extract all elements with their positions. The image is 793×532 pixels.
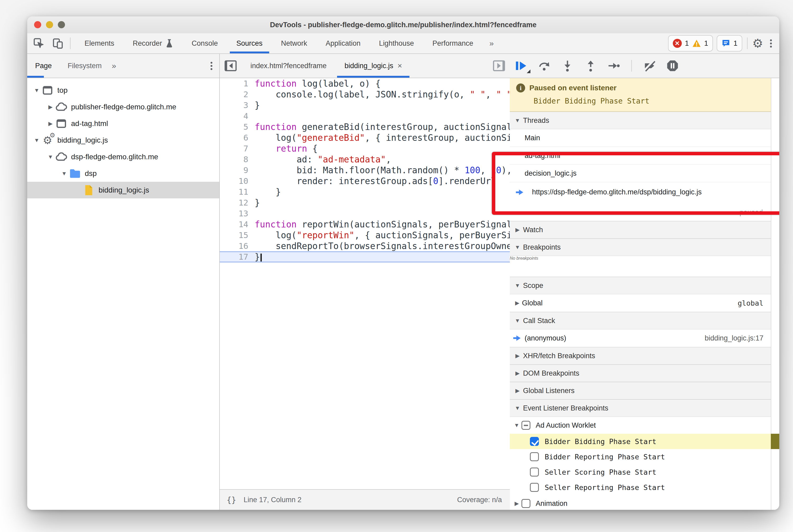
line-number[interactable]: 9 bbox=[220, 165, 254, 176]
checkbox[interactable] bbox=[530, 452, 539, 461]
line-number[interactable]: 15 bbox=[220, 230, 254, 241]
section-call-stack[interactable]: ▼ Call Stack bbox=[510, 312, 771, 329]
thread-item[interactable]: Main bbox=[510, 129, 771, 147]
line-number[interactable]: 1 bbox=[220, 78, 254, 89]
line-number[interactable]: 8 bbox=[220, 154, 254, 165]
main-menu-kebab-icon[interactable] bbox=[770, 38, 772, 49]
code-line-11[interactable]: 11 } bbox=[220, 187, 510, 197]
checkbox[interactable] bbox=[522, 421, 530, 430]
tree-item-ad-tag-html[interactable]: ▶ad-tag.html bbox=[27, 115, 219, 132]
deactivate-breakpoints-button[interactable] bbox=[643, 59, 656, 72]
section-event-listener-breakpoints[interactable]: ▼ Event Listener Breakpoints bbox=[510, 399, 771, 417]
issues-badge[interactable]: 1 bbox=[717, 35, 742, 52]
checkbox[interactable] bbox=[522, 499, 530, 508]
resume-script-button[interactable] bbox=[514, 59, 527, 72]
elb-group-animation[interactable]: ▶Animation bbox=[510, 495, 771, 510]
code-line-7[interactable]: 7 return { bbox=[220, 143, 510, 154]
code-line-3[interactable]: 3} bbox=[220, 100, 510, 111]
device-toolbar-icon[interactable] bbox=[51, 36, 65, 51]
errors-warnings-badge[interactable]: ✕ 1 1 bbox=[668, 35, 713, 52]
chevron-down-icon[interactable]: ▼ bbox=[32, 137, 41, 144]
tree-item-dsp-fledge-demo-glitch-me[interactable]: ▼dsp-fledge-demo.glitch.me bbox=[27, 149, 219, 165]
step-over-button[interactable] bbox=[538, 59, 550, 72]
line-number[interactable]: 6 bbox=[220, 132, 254, 143]
code-line-17[interactable]: 17} bbox=[220, 251, 510, 262]
show-debugger-icon[interactable] bbox=[492, 59, 506, 73]
tab-performance[interactable]: Performance bbox=[423, 33, 483, 53]
chevron-down-icon[interactable]: ▼ bbox=[46, 154, 55, 160]
section-xhr-breakpoints[interactable]: ▶ XHR/fetch Breakpoints bbox=[510, 347, 771, 364]
chevron-down-icon[interactable]: ▼ bbox=[59, 170, 69, 177]
more-navigator-tabs-icon[interactable]: » bbox=[110, 61, 118, 70]
line-number[interactable]: 4 bbox=[220, 111, 254, 121]
section-threads[interactable]: ▼ Threads bbox=[510, 112, 771, 129]
elb-item-seller-reporting-phase-start[interactable]: Seller Reporting Phase Start bbox=[510, 480, 771, 495]
pretty-print-icon[interactable]: {} bbox=[227, 495, 236, 505]
checkbox[interactable] bbox=[530, 468, 539, 477]
call-stack-frame[interactable]: (anonymous) bidding_logic.js:17 bbox=[510, 329, 771, 347]
thread-item[interactable]: decision_logic.js bbox=[510, 165, 771, 182]
tree-item-publisher-fledge-demo-glitch-me[interactable]: ▶publisher-fledge-demo.glitch.me bbox=[27, 98, 219, 115]
section-breakpoints[interactable]: ▼ Breakpoints bbox=[510, 239, 771, 256]
code-line-1[interactable]: 1function log(label, o) { bbox=[220, 78, 510, 89]
code-line-10[interactable]: 10 render: interestGroup.ads[0].renderUr… bbox=[220, 176, 510, 187]
tab-sources[interactable]: Sources bbox=[227, 33, 272, 53]
tab-lighthouse[interactable]: Lighthouse bbox=[370, 33, 423, 53]
tab-network[interactable]: Network bbox=[272, 33, 317, 53]
tab-console[interactable]: Console bbox=[183, 33, 227, 53]
step-button[interactable] bbox=[608, 59, 620, 72]
code-line-6[interactable]: 6 log("generateBid", { interestGroup, au… bbox=[220, 132, 510, 143]
pause-on-exceptions-button[interactable] bbox=[666, 59, 679, 72]
line-number[interactable]: 3 bbox=[220, 100, 254, 111]
inspect-element-icon[interactable] bbox=[32, 36, 46, 51]
section-watch[interactable]: ▶ Watch bbox=[510, 221, 771, 239]
tab-application[interactable]: Application bbox=[317, 33, 370, 53]
code-line-5[interactable]: 5function generateBid(interestGroup, auc… bbox=[220, 121, 510, 132]
code-line-16[interactable]: 16 sendReportTo(browserSignals.interestG… bbox=[220, 241, 510, 251]
line-number[interactable]: 2 bbox=[220, 89, 254, 100]
code-line-8[interactable]: 8 ad: "ad-metadata", bbox=[220, 154, 510, 165]
elb-item-seller-scoring-phase-start[interactable]: Seller Scoring Phase Start bbox=[510, 464, 771, 480]
tab-page[interactable]: Page bbox=[27, 54, 60, 78]
line-number[interactable]: 5 bbox=[220, 121, 254, 132]
section-dom-breakpoints[interactable]: ▶ DOM Breakpoints bbox=[510, 364, 771, 382]
code-line-9[interactable]: 9 bid: Math.floor(Math.random() * 100, 1… bbox=[220, 165, 510, 176]
checkbox[interactable] bbox=[530, 483, 539, 492]
tab-elements[interactable]: Elements bbox=[75, 33, 124, 53]
line-number[interactable]: 16 bbox=[220, 241, 254, 251]
code-line-2[interactable]: 2 console.log(label, JSON.stringify(o, "… bbox=[220, 89, 510, 100]
chevron-down-icon[interactable]: ▼ bbox=[32, 87, 41, 94]
checkbox[interactable] bbox=[530, 437, 539, 446]
thread-item[interactable]: ad-tag.html bbox=[510, 147, 771, 165]
tree-item-top[interactable]: ▼top bbox=[27, 82, 219, 98]
elb-item-bidder-reporting-phase-start[interactable]: Bidder Reporting Phase Start bbox=[510, 449, 771, 464]
line-number[interactable]: 17 bbox=[220, 252, 254, 262]
settings-gear-icon[interactable]: ⚙ bbox=[752, 36, 763, 51]
close-tab-icon[interactable]: × bbox=[398, 61, 402, 70]
tree-item-bidding-logic-js[interactable]: ▼⚙⚙bidding_logic.js bbox=[27, 132, 219, 149]
chevron-right-icon[interactable]: ▶ bbox=[510, 500, 522, 507]
hide-navigator-icon[interactable] bbox=[224, 59, 238, 73]
code-line-12[interactable]: 12} bbox=[220, 197, 510, 208]
step-out-button[interactable] bbox=[584, 59, 597, 72]
code-editor[interactable]: 1function log(label, o) {2 console.log(l… bbox=[220, 78, 510, 489]
chevron-down-icon[interactable]: ▼ bbox=[510, 422, 522, 429]
thread-current[interactable]: https://dsp-fledge-demo.glitch.me/dsp/bi… bbox=[510, 182, 771, 221]
tab-filesystem[interactable]: Filesystem bbox=[60, 54, 110, 78]
chevron-right-icon[interactable]: ▶ bbox=[46, 120, 55, 127]
more-panels-icon[interactable]: » bbox=[483, 39, 501, 48]
tab-recorder[interactable]: Recorder bbox=[124, 33, 183, 53]
code-line-15[interactable]: 15 log("reportWin", { auctionSignals, pe… bbox=[220, 230, 510, 241]
code-line-13[interactable]: 13 bbox=[220, 208, 510, 219]
line-number[interactable]: 13 bbox=[220, 208, 254, 219]
line-number[interactable]: 11 bbox=[220, 187, 254, 197]
code-line-4[interactable]: 4 bbox=[220, 111, 510, 121]
chevron-right-icon[interactable]: ▶ bbox=[46, 104, 55, 110]
line-number[interactable]: 12 bbox=[220, 197, 254, 208]
tree-item-bidding-logic-js[interactable]: bidding_logic.js bbox=[27, 182, 219, 198]
code-line-14[interactable]: 14function reportWin(auctionSignals, per… bbox=[220, 219, 510, 230]
editor-tab-index-html-fencedframe[interactable]: index.html?fencedframe bbox=[242, 54, 336, 78]
navigator-kebab-icon[interactable] bbox=[210, 60, 212, 71]
tree-item-dsp[interactable]: ▼dsp bbox=[27, 165, 219, 182]
editor-tab-bidding-logic-js[interactable]: bidding_logic.js× bbox=[336, 54, 411, 78]
